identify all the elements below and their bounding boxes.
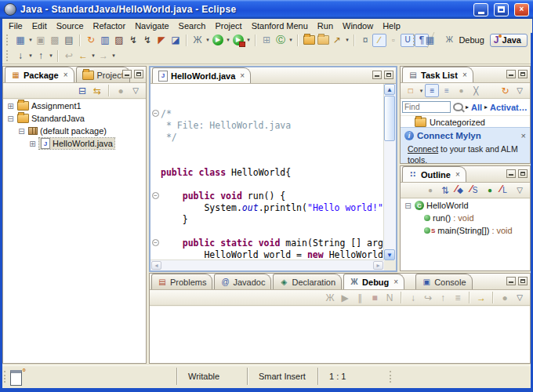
remove-terminated-icon[interactable]: Ж	[323, 291, 337, 304]
menu-file[interactable]: File	[4, 20, 27, 31]
menu-refactor[interactable]: Refactor	[89, 20, 131, 31]
menu-window[interactable]: Window	[338, 20, 378, 31]
debug-icon[interactable]: Ж	[190, 34, 205, 47]
minimize-view-icon[interactable]	[506, 169, 516, 178]
forward-dropdown-icon[interactable]: ▾	[111, 53, 117, 59]
outline-class-row[interactable]: ⊟ C HelloWorld	[401, 199, 530, 212]
minimize-view-icon[interactable]	[506, 70, 516, 78]
menu-run[interactable]: Run	[313, 20, 338, 31]
link-with-editor-icon[interactable]: ⇆	[90, 84, 104, 97]
step-over-icon[interactable]: ↪	[421, 291, 435, 304]
run-person-alt-icon[interactable]: ↯	[140, 34, 154, 47]
drop-to-frame-icon[interactable]: ≡	[451, 291, 465, 304]
suspend-icon[interactable]: ∥	[353, 291, 367, 304]
expand-icon[interactable]: ⊞	[28, 140, 37, 148]
view-menu-icon[interactable]: ▽	[513, 291, 527, 304]
back-dropdown-icon[interactable]: ▾	[90, 53, 96, 59]
toggle-gray-icon[interactable]: ▫	[386, 34, 401, 47]
new-wizard-dropdown-icon[interactable]: ▾	[27, 37, 34, 43]
export-tool-icon[interactable]: ◤	[154, 34, 169, 47]
minimize-view-icon[interactable]	[122, 70, 132, 78]
terminate-icon[interactable]: ■	[368, 291, 382, 304]
activate-link[interactable]: Activate...	[490, 103, 528, 112]
last-edit-location-icon[interactable]: ↩	[62, 49, 76, 63]
horizontal-scrollbar[interactable]: ◂ ▸	[150, 260, 384, 270]
close-button[interactable]: ×	[514, 3, 529, 16]
quick-fix-dropdown-icon[interactable]: ▾	[344, 37, 350, 43]
scroll-left-icon[interactable]: ◂	[151, 261, 161, 270]
maximize-view-icon[interactable]	[518, 169, 528, 178]
debug-dropdown-icon[interactable]: ▾	[205, 37, 211, 43]
tree-item-standardjava[interactable]: ⊟ StandardJava	[3, 112, 146, 125]
tab-outline[interactable]: ∷ Outline ×	[402, 166, 466, 182]
stanford-grade-icon[interactable]: ▨	[112, 34, 126, 47]
minimize-view-icon[interactable]	[372, 71, 382, 79]
view-menu-icon[interactable]: ▽	[513, 84, 527, 97]
find-input[interactable]	[402, 101, 451, 113]
maximize-view-icon[interactable]	[134, 70, 143, 78]
focus-workweek-icon[interactable]: ●	[455, 84, 469, 97]
print-icon[interactable]: ▤	[62, 34, 76, 47]
stanford-view-icon[interactable]: ▥	[98, 34, 112, 47]
scroll-up-icon[interactable]: ▲	[384, 84, 395, 95]
collapse-icon[interactable]: ⊟	[6, 114, 15, 123]
tree-item-assignment1[interactable]: ⊞ Assignment1	[3, 100, 146, 112]
perspective-java-button[interactable]: J Java	[490, 34, 528, 47]
run-icon[interactable]: ▶	[211, 34, 225, 47]
delete-task-icon[interactable]: ╳	[469, 84, 483, 97]
import-tool-icon[interactable]: ◪	[169, 34, 183, 47]
forward-icon[interactable]: →	[96, 49, 111, 63]
focus-icon[interactable]: ●	[498, 291, 512, 304]
tab-task-list[interactable]: ▤ Task List ×	[402, 67, 473, 82]
tab-javadoc[interactable]: @ Javadoc	[214, 274, 271, 289]
view-menu-icon[interactable]: ▽	[513, 183, 527, 197]
search-icon[interactable]: ¤	[358, 34, 372, 47]
menu-source[interactable]: Source	[52, 20, 89, 31]
tree-item-helloworld-java[interactable]: ⊞ J HelloWorld.java	[3, 137, 146, 150]
scheduled-view-icon[interactable]: ≡	[440, 84, 454, 97]
scrollbar-thumb[interactable]	[384, 96, 395, 141]
close-tab-icon[interactable]: ×	[240, 71, 245, 80]
open-perspective-icon[interactable]: ▦	[422, 34, 437, 47]
use-step-filters-icon[interactable]: →	[474, 291, 488, 304]
all-filter-link[interactable]: All	[471, 103, 482, 112]
close-tab-icon[interactable]: ×	[393, 278, 398, 286]
tab-debug[interactable]: Ж Debug ×	[343, 274, 404, 289]
vertical-scrollbar[interactable]: ▲ ▼	[383, 84, 396, 260]
tab-editor-helloworld[interactable]: J HelloWorld.java ×	[152, 67, 251, 83]
view-menu-icon[interactable]: ▽	[129, 84, 143, 97]
open-resource-icon[interactable]	[316, 34, 330, 47]
quick-fix-icon[interactable]: ↗	[330, 34, 344, 47]
next-annotation-icon[interactable]: ↓	[13, 49, 27, 63]
all-arrow-icon[interactable]: ▸	[466, 103, 469, 111]
run-person-icon[interactable]: ↯	[126, 34, 140, 47]
menu-search[interactable]: Search	[174, 20, 211, 31]
minimize-view-icon[interactable]	[506, 277, 516, 285]
tab-problems[interactable]: ▤ Problems	[151, 274, 212, 289]
maximize-view-icon[interactable]	[518, 70, 528, 78]
new-task-icon[interactable]: □	[404, 84, 418, 97]
menu-navigate[interactable]: Navigate	[130, 20, 173, 31]
hide-non-public-icon[interactable]: ●	[483, 183, 497, 197]
expand-icon[interactable]: ⊞	[6, 102, 15, 111]
outline-method-main[interactable]: S main(String[]) : void	[401, 224, 530, 237]
collapse-all-icon[interactable]: ⊟	[75, 84, 89, 97]
disconnect-icon[interactable]: N	[383, 291, 397, 304]
back-icon[interactable]: ←	[76, 49, 90, 63]
focus-icon[interactable]: ●	[423, 183, 437, 197]
save-all-icon[interactable]: ▩	[48, 34, 62, 47]
save-icon[interactable]: ▣	[34, 34, 48, 47]
fast-view-icon[interactable]	[10, 370, 22, 386]
close-notification-icon[interactable]: ×	[521, 131, 526, 140]
maximize-button[interactable]	[494, 3, 509, 16]
open-type-icon[interactable]	[302, 34, 316, 47]
grid-icon[interactable]: ⊞	[259, 34, 274, 47]
previous-annotation-icon[interactable]: ↑	[34, 49, 48, 63]
activate-arrow-icon[interactable]: ▸	[484, 103, 488, 111]
focus-icon[interactable]: ●	[114, 84, 128, 97]
selected-item[interactable]: J HelloWorld.java	[39, 138, 114, 149]
next-annotation-dropdown-icon[interactable]: ▾	[27, 53, 34, 59]
hide-fields-icon[interactable]: ◆	[453, 183, 467, 197]
outline-method-run[interactable]: run() : void	[401, 212, 530, 224]
connect-link[interactable]: Connect	[408, 144, 438, 154]
